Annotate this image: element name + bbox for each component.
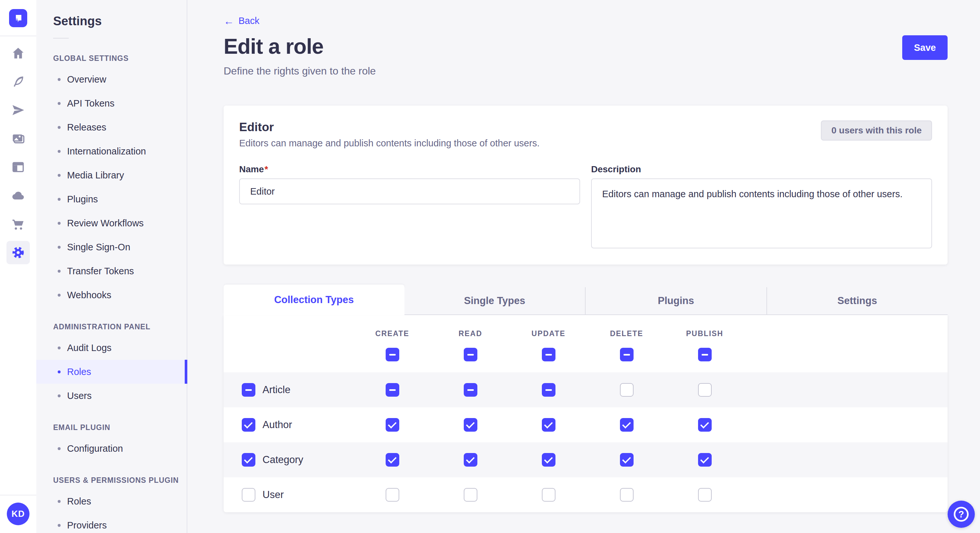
article-update-checkbox[interactable] [542,383,555,397]
column-header-delete: DELETE [610,329,643,338]
help-button[interactable]: ? [948,501,975,528]
feather-icon[interactable] [6,70,30,93]
bullet-icon [58,102,60,105]
row-checkbox-author[interactable] [242,418,255,431]
sidebar-item-review-workflows[interactable]: Review Workflows [36,211,187,235]
section-users-permissions-plugin: USERS & PERMISSIONS PLUGIN Roles Provide… [36,476,187,533]
article-create-checkbox[interactable] [386,383,399,397]
sidebar-item-single-sign-on[interactable]: Single Sign-On [36,235,187,259]
author-read-checkbox[interactable] [464,418,477,431]
tab-single-types[interactable]: Single Types [404,287,585,315]
users-with-role-button[interactable]: 0 users with this role [821,121,932,141]
sidebar-item-media-library[interactable]: Media Library [36,163,187,187]
article-delete-checkbox[interactable] [620,383,633,397]
author-publish-checkbox[interactable] [698,418,712,431]
tab-plugins[interactable]: Plugins [585,287,767,315]
page-title: Edit a role [224,34,323,59]
article-publish-checkbox[interactable] [698,383,712,397]
section-header: USERS & PERMISSIONS PLUGIN [36,476,187,485]
sidebar-item-overview[interactable]: Overview [36,67,187,91]
back-arrow-icon: ← [224,16,234,26]
home-icon[interactable] [6,41,30,65]
sidebar-item-up-providers[interactable]: Providers [36,513,187,533]
user-publish-checkbox[interactable] [698,488,712,501]
description-field-label: Description [591,164,641,174]
permissions-panel: CREATE READ UPDATE DELETE PUBLISH [224,315,948,512]
role-summary: Editors can manage and publish contents … [239,138,539,149]
sidebar-item-webhooks[interactable]: Webhooks [36,283,187,307]
section-header: GLOBAL SETTINGS [36,54,187,63]
select-all-update-checkbox[interactable] [542,348,555,362]
category-read-checkbox[interactable] [464,453,477,466]
bullet-icon [58,222,60,225]
role-name-heading: Editor [239,121,539,134]
row-checkbox-category[interactable] [242,453,255,466]
article-read-checkbox[interactable] [464,383,477,397]
category-create-checkbox[interactable] [386,453,399,466]
select-all-delete-checkbox[interactable] [620,348,633,362]
sidebar-item-users[interactable]: Users [36,384,187,408]
row-label: User [262,489,283,501]
select-all-read-checkbox[interactable] [464,348,477,362]
permission-row-author: Author [224,408,948,443]
media-library-icon[interactable] [6,127,30,150]
section-global-settings: GLOBAL SETTINGS Overview API Tokens Rele… [36,54,187,307]
sidebar-item-roles-active[interactable]: Roles [36,360,187,384]
author-update-checkbox[interactable] [542,418,555,431]
category-delete-checkbox[interactable] [620,453,633,466]
bullet-icon [58,126,60,129]
category-publish-checkbox[interactable] [698,453,712,466]
row-checkbox-user[interactable] [242,488,255,501]
section-administration-panel: ADMINISTRATION PANEL Audit Logs Roles Us… [36,322,187,408]
strapi-logo[interactable] [9,9,27,27]
sidebar-title: Settings [36,14,187,28]
bullet-icon [58,346,60,349]
paper-plane-icon[interactable] [6,98,30,122]
bullet-icon [58,447,60,450]
author-delete-checkbox[interactable] [620,418,633,431]
user-avatar[interactable]: KD [7,503,30,525]
bullet-icon [58,524,60,527]
row-label: Article [262,384,290,396]
bullet-icon [58,150,60,153]
sidebar-item-up-roles[interactable]: Roles [36,489,187,513]
sidebar-item-internationalization[interactable]: Internationalization [36,139,187,163]
sidebar-item-plugins[interactable]: Plugins [36,187,187,211]
layout-icon[interactable] [6,155,30,179]
sidebar-item-audit-logs[interactable]: Audit Logs [36,336,187,360]
bullet-icon [58,270,60,273]
select-all-create-checkbox[interactable] [386,348,399,362]
sidebar-item-configuration[interactable]: Configuration [36,436,187,460]
sidebar-item-api-tokens[interactable]: API Tokens [36,91,187,115]
category-update-checkbox[interactable] [542,453,555,466]
column-header-update: UPDATE [531,329,565,338]
role-description-textarea[interactable]: Editors can manage and publish contents … [591,178,932,248]
cart-icon[interactable] [6,213,30,236]
column-header-create: CREATE [375,329,409,338]
permission-row-user: User [224,477,948,512]
user-create-checkbox[interactable] [386,488,399,501]
user-delete-checkbox[interactable] [620,488,633,501]
permissions-tabs: Collection Types Single Types Plugins Se… [224,285,948,315]
section-header: ADMINISTRATION PANEL [36,322,187,331]
sidebar-item-transfer-tokens[interactable]: Transfer Tokens [36,259,187,283]
permission-row-category: Category [224,443,948,477]
save-button[interactable]: Save [902,35,948,60]
user-read-checkbox[interactable] [464,488,477,501]
select-all-publish-checkbox[interactable] [698,348,712,362]
settings-gear-icon[interactable] [6,241,30,264]
user-update-checkbox[interactable] [542,488,555,501]
bullet-icon [58,174,60,177]
bullet-icon [58,394,60,397]
column-header-spacer [224,329,353,338]
back-link[interactable]: ← Back [224,16,259,26]
author-create-checkbox[interactable] [386,418,399,431]
cloud-icon[interactable] [6,184,30,207]
row-checkbox-article[interactable] [242,383,255,397]
permission-row-article: Article [224,373,948,408]
role-name-input[interactable] [239,178,580,204]
section-header: EMAIL PLUGIN [36,423,187,432]
tab-settings[interactable]: Settings [767,287,948,315]
tab-collection-types[interactable]: Collection Types [224,285,404,315]
sidebar-item-releases[interactable]: Releases [36,115,187,139]
